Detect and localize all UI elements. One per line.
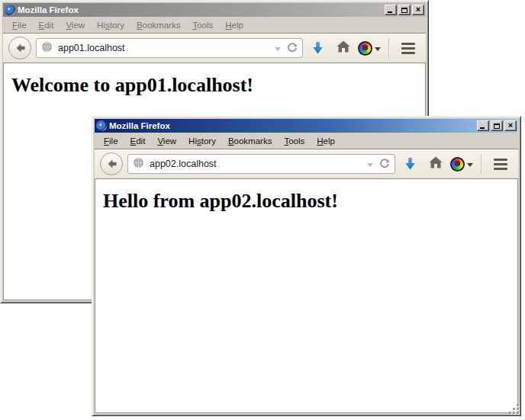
maximize-button[interactable] [491,120,503,131]
menu-tools[interactable]: Tools [278,135,311,147]
back-button[interactable] [100,152,123,175]
page-heading: Hello from app02.localhost! [103,190,517,213]
globe-icon [41,41,53,56]
url-bar[interactable]: app02.localhost [127,154,395,174]
menu-tools[interactable]: Tools [186,19,219,31]
globe-icon [133,157,144,172]
menu-help[interactable]: Help [219,19,250,31]
resize-grip[interactable] [509,404,520,415]
menu-bar: File Edit View History Bookmarks Tools H… [3,17,426,33]
home-icon [429,156,443,172]
menu-edit[interactable]: Edit [33,19,60,31]
close-button[interactable]: × [504,120,517,131]
page-heading: Welcome to app01.localhost! [11,74,425,97]
close-icon: × [416,5,420,14]
menu-view[interactable]: View [60,19,91,31]
window-title: Mozilla Firefox [18,5,382,14]
menu-file[interactable]: File [6,19,33,31]
home-button[interactable] [332,37,355,59]
url-bar[interactable]: app01.localhost [36,38,303,58]
menu-file[interactable]: File [98,135,124,147]
close-button[interactable]: × [412,5,424,15]
download-button[interactable] [306,37,329,59]
menu-bar: File Edit View History Bookmarks Tools H… [95,133,518,149]
url-text[interactable]: app02.localhost [150,159,364,169]
chevron-down-icon [375,47,381,51]
minimize-button[interactable] [477,120,489,131]
window-title: Mozilla Firefox [109,121,475,130]
titlebar[interactable]: Mozilla Firefox × [3,3,426,17]
navigation-toolbar: app01.localhost [3,33,426,63]
open-menu-button[interactable] [397,37,420,59]
url-text[interactable]: app01.localhost [58,43,272,53]
maximize-button[interactable] [398,5,411,15]
minimize-icon [480,127,485,129]
chevron-down-icon [467,163,473,167]
hamburger-menu-icon [401,43,415,54]
menu-bookmarks[interactable]: Bookmarks [130,19,187,31]
minimize-icon [388,11,392,13]
home-icon [337,40,350,56]
menu-bookmarks[interactable]: Bookmarks [222,135,279,147]
chevron-down-icon[interactable] [367,163,373,167]
firefox-logo-icon [96,120,107,131]
window-controls: × [477,120,517,131]
reload-button[interactable] [379,159,390,169]
menu-history[interactable]: History [182,135,222,147]
minimize-button[interactable] [385,5,397,15]
navigation-toolbar: app02.localhost [95,149,518,178]
colorwheel-extension-button[interactable] [450,152,473,175]
close-icon: × [508,121,513,130]
titlebar[interactable]: Mozilla Firefox × [95,119,518,133]
back-arrow-icon [14,43,26,53]
open-menu-button[interactable] [489,152,512,175]
page-content: Hello from app02.localhost! [95,178,518,413]
home-button[interactable] [424,152,447,175]
toolbar-separator [388,38,389,58]
menu-help[interactable]: Help [311,135,341,147]
download-button[interactable] [398,152,421,175]
menu-edit[interactable]: Edit [124,135,152,147]
maximize-icon [401,8,407,13]
color-wheel-icon [450,157,465,172]
chevron-down-icon[interactable] [275,47,281,51]
browser-window-app02: Mozilla Firefox × File Edit View History… [92,116,521,416]
back-arrow-icon [106,159,118,169]
toolbar-separator [481,154,482,174]
hamburger-menu-icon [494,159,507,170]
window-controls: × [385,5,424,15]
firefox-logo-icon [5,5,15,15]
colorwheel-extension-button[interactable] [358,37,381,59]
back-button[interactable] [8,37,31,59]
color-wheel-icon [358,41,372,56]
reload-button[interactable] [287,43,298,53]
maximize-icon [494,123,500,129]
menu-history[interactable]: History [91,19,130,31]
menu-view[interactable]: View [151,135,182,147]
